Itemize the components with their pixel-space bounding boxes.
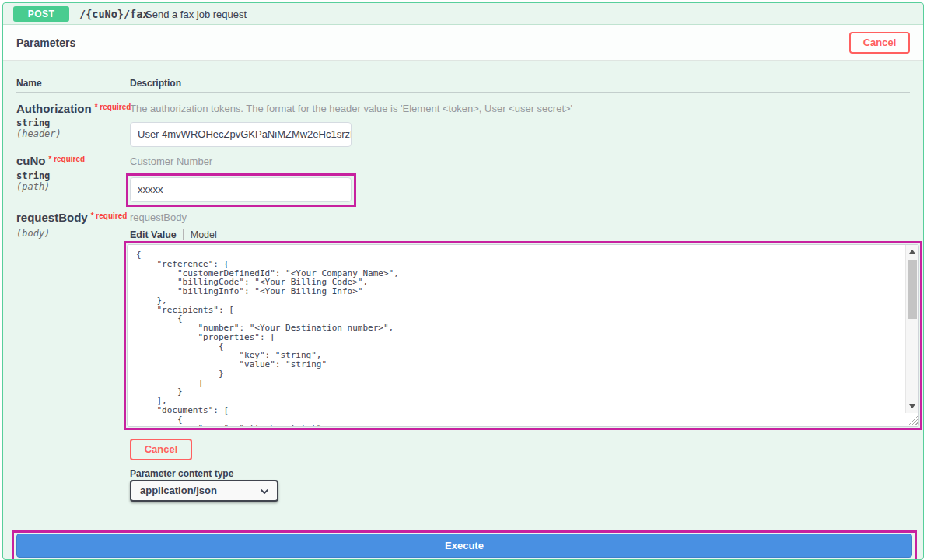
- resize-grip-icon[interactable]: [907, 415, 918, 425]
- param-description-cuno: Customer Number: [130, 156, 212, 167]
- param-type-cuno: string: [16, 170, 50, 181]
- description-column-header: Description: [130, 78, 181, 89]
- cancel-button-top[interactable]: Cancel: [849, 32, 910, 54]
- parameter-content-type-label: Parameter content type: [130, 468, 233, 479]
- param-location-authorization: (header): [16, 128, 61, 139]
- request-body-editor[interactable]: { "reference": { "customerDefinedId": "<…: [127, 244, 919, 427]
- scroll-up-icon[interactable]: [909, 250, 915, 254]
- param-location-requestbody: (body): [16, 228, 50, 239]
- endpoint-summary-text: Send a fax job request: [145, 9, 247, 20]
- scrollbar-thumb[interactable]: [908, 260, 917, 319]
- operation-block-post-fax: POST /{cuNo}/fax Send a fax job request …: [2, 2, 924, 560]
- scroll-down-icon[interactable]: [909, 404, 915, 408]
- method-badge-post: POST: [13, 6, 69, 22]
- endpoint-path: /{cuNo}/fax: [79, 8, 149, 20]
- param-name-requestbody: requestBody* required: [16, 211, 127, 224]
- cuno-input[interactable]: xxxxx: [130, 177, 352, 202]
- name-column-header: Name: [16, 78, 42, 89]
- request-body-tabs: Edit ValueModel: [130, 229, 217, 240]
- param-name-text: cuNo: [16, 154, 46, 167]
- param-description-authorization: The authorization tokens. The format for…: [130, 103, 572, 114]
- param-description-requestbody: requestBody: [130, 212, 187, 223]
- tab-edit-value[interactable]: Edit Value: [130, 229, 177, 240]
- param-name-text: Authorization: [16, 102, 92, 115]
- chevron-down-icon: [260, 487, 269, 496]
- endpoint-summary-bar[interactable]: POST /{cuNo}/fax Send a fax job request: [3, 3, 923, 24]
- content-type-select[interactable]: application/json: [130, 480, 278, 502]
- required-marker: * required: [95, 103, 131, 111]
- authorization-input[interactable]: User 4mvWROHecZpvGKPaNiMZMw2eHc1srzNSxNm…: [130, 122, 352, 147]
- param-name-cuno: cuNo* required: [16, 154, 85, 167]
- request-body-json[interactable]: { "reference": { "customerDefinedId": "<…: [128, 245, 905, 426]
- table-header-divider: [16, 92, 910, 93]
- param-name-authorization: Authorization* required: [16, 102, 131, 115]
- content-type-value: application/json: [140, 485, 217, 496]
- parameters-section-header: Parameters Cancel: [3, 24, 923, 61]
- param-location-cuno: (path): [16, 181, 50, 192]
- execute-button[interactable]: Execute: [16, 534, 912, 558]
- cancel-button-body[interactable]: Cancel: [130, 439, 192, 460]
- param-name-text: requestBody: [16, 211, 88, 224]
- parameters-title: Parameters: [16, 37, 75, 49]
- editor-scrollbar[interactable]: [905, 245, 918, 413]
- required-marker: * required: [91, 212, 128, 220]
- param-type-authorization: string: [16, 117, 50, 128]
- required-marker: * required: [49, 155, 86, 163]
- tab-model[interactable]: Model: [183, 229, 217, 240]
